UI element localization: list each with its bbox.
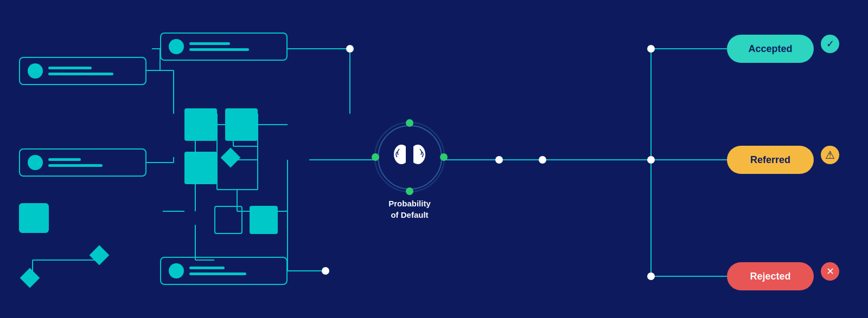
warning-icon: ⚠ bbox=[825, 148, 835, 161]
check-icon: ✓ bbox=[826, 38, 834, 50]
brain-icon bbox=[391, 141, 429, 173]
diamond-2 bbox=[90, 245, 110, 265]
card-line bbox=[48, 73, 113, 75]
svg-rect-40 bbox=[406, 146, 413, 166]
card-circle-2 bbox=[28, 155, 43, 170]
card-line bbox=[189, 272, 246, 275]
card-line bbox=[189, 42, 230, 45]
main-canvas: Probability of Default Accepted ✓ Referr… bbox=[0, 0, 868, 318]
diamond-1 bbox=[221, 148, 241, 168]
brain-label: Probability of Default bbox=[388, 198, 431, 220]
brain-node: Probability of Default bbox=[374, 122, 445, 220]
svg-rect-41 bbox=[408, 144, 411, 167]
process-block-3 bbox=[184, 152, 217, 184]
process-block-1 bbox=[184, 108, 217, 141]
brain-circle bbox=[374, 122, 445, 192]
dot-fork-rejected bbox=[647, 272, 655, 280]
accepted-label: Accepted bbox=[748, 43, 792, 55]
cross-icon: ✕ bbox=[826, 265, 834, 277]
referred-icon: ⚠ bbox=[821, 146, 839, 164]
card-line bbox=[189, 48, 249, 51]
accepted-pill[interactable]: Accepted bbox=[727, 35, 814, 63]
card-circle-1 bbox=[28, 63, 43, 79]
rejected-label: Rejected bbox=[750, 271, 790, 282]
block-square-left bbox=[19, 203, 49, 233]
svg-point-38 bbox=[394, 145, 409, 164]
card-lines-1 bbox=[48, 67, 113, 75]
diamond-bottom-left bbox=[20, 268, 40, 288]
process-block-2 bbox=[225, 108, 258, 141]
input-card-bottom bbox=[160, 257, 288, 285]
accepted-icon: ✓ bbox=[821, 35, 839, 53]
input-card-top bbox=[160, 33, 288, 61]
dot-card-bottom bbox=[322, 267, 329, 275]
rejected-icon: ✕ bbox=[821, 262, 839, 281]
card-circle-top bbox=[169, 39, 184, 54]
process-block-5 bbox=[250, 206, 278, 234]
dot-card-top bbox=[346, 45, 354, 53]
dot-fork-left bbox=[539, 156, 546, 164]
dot-fork-referred bbox=[647, 156, 655, 164]
card-line bbox=[48, 67, 92, 69]
referred-label: Referred bbox=[750, 154, 790, 166]
process-block-4 bbox=[214, 206, 242, 234]
card-line bbox=[48, 164, 103, 167]
dot-brain-right bbox=[495, 156, 503, 164]
card-lines-top bbox=[189, 42, 249, 51]
dot-fork-accepted bbox=[647, 45, 655, 53]
input-card-2 bbox=[19, 148, 146, 177]
card-circle-bottom bbox=[169, 263, 184, 278]
card-line bbox=[48, 158, 81, 161]
card-lines-2 bbox=[48, 158, 103, 167]
rejected-pill[interactable]: Rejected bbox=[727, 262, 814, 290]
card-lines-bottom bbox=[189, 267, 246, 275]
input-card-1 bbox=[19, 57, 146, 85]
svg-point-39 bbox=[410, 145, 425, 164]
referred-pill[interactable]: Referred bbox=[727, 146, 814, 174]
card-line bbox=[189, 267, 225, 269]
